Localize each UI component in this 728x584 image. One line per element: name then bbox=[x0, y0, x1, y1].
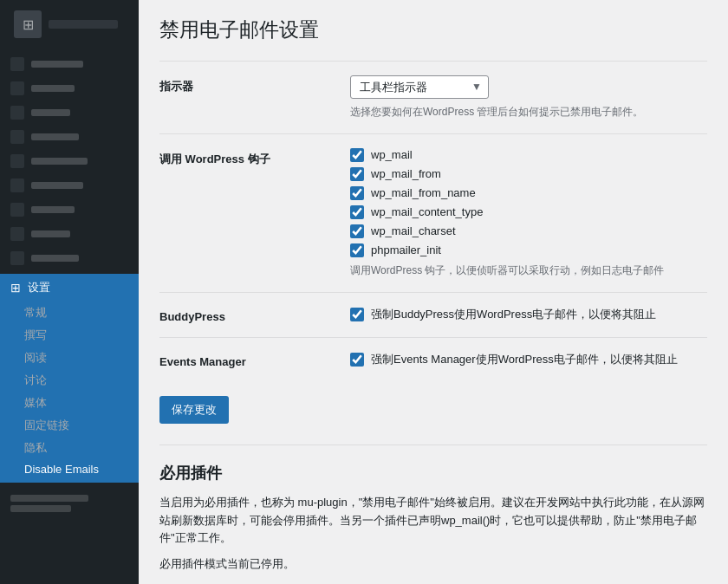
sidebar-top-section bbox=[0, 49, 139, 274]
indicator-label: 指示器 bbox=[159, 75, 350, 94]
sidebar-item-posts[interactable] bbox=[0, 76, 139, 101]
hooks-label: 调用 WordPress 钩子 bbox=[159, 148, 350, 167]
events-manager-label: Events Manager bbox=[159, 352, 350, 368]
sidebar-logo: ⊞ bbox=[0, 0, 139, 49]
settings-subnav: 常规 撰写 阅读 讨论 媒体 固定链接 隐私 Disable Emails bbox=[0, 302, 139, 483]
sidebar-item-tools[interactable] bbox=[0, 246, 139, 270]
dashboard-icon bbox=[10, 57, 24, 71]
hook-item-phpmailer-init[interactable]: phpmailer_init bbox=[350, 243, 707, 257]
buddypress-item[interactable]: 强制BuddyPress使用WordPress电子邮件，以便将其阻止 bbox=[350, 307, 707, 322]
hooks-control: wp_mail wp_mail_from wp_mail_from_name w… bbox=[350, 148, 707, 278]
sidebar-item-settings[interactable]: ⊞ 设置 bbox=[0, 274, 139, 302]
sidebar-item-dashboard[interactable] bbox=[0, 52, 139, 76]
indicator-select[interactable]: 工具栏指示器 无 bbox=[350, 75, 489, 99]
events-manager-item[interactable]: 强制Events Manager使用WordPress电子邮件，以便将其阻止 bbox=[350, 352, 707, 367]
indicator-control: 工具栏指示器 无 ▼ 选择您要如何在WordPress 管理后台如何提示已禁用电… bbox=[350, 75, 707, 120]
sidebar-footer bbox=[0, 490, 139, 517]
users-label-bar bbox=[31, 230, 70, 237]
tools-label-bar bbox=[31, 255, 79, 262]
settings-row-events-manager: Events Manager 强制Events Manager使用WordPre… bbox=[159, 337, 707, 382]
hook-label-wp-mail-charset: wp_mail_charset bbox=[371, 224, 456, 237]
hook-item-wp-mail-charset[interactable]: wp_mail_charset bbox=[350, 224, 707, 238]
sidebar-sub-item-disable-emails[interactable]: Disable Emails bbox=[0, 459, 139, 479]
media-label-bar bbox=[31, 109, 70, 116]
buddypress-text: 强制BuddyPress使用WordPress电子邮件，以便将其阻止 bbox=[371, 307, 656, 322]
hook-label-wp-mail: wp_mail bbox=[371, 148, 413, 161]
appearance-label-bar bbox=[31, 182, 83, 189]
posts-label-bar bbox=[31, 85, 75, 92]
sidebar-nav: ⊞ 设置 常规 撰写 阅读 讨论 媒体 固定链接 隐私 Disable Emai… bbox=[0, 49, 139, 584]
page-title: 禁用电子邮件设置 bbox=[159, 17, 707, 43]
plugins-label-bar bbox=[31, 206, 75, 213]
hook-item-wp-mail-content-type[interactable]: wp_mail_content_type bbox=[350, 205, 707, 219]
sidebar-item-appearance[interactable] bbox=[0, 173, 139, 198]
sidebar-item-plugins[interactable] bbox=[0, 198, 139, 222]
appearance-icon bbox=[10, 178, 24, 192]
must-use-status: 必用插件模式当前已停用。 bbox=[159, 556, 707, 572]
must-use-description: 当启用为必用插件，也称为 mu-plugin，"禁用电子邮件"始终被启用。建议在… bbox=[159, 494, 707, 548]
events-manager-text: 强制Events Manager使用WordPress电子邮件，以便将其阻止 bbox=[371, 352, 678, 367]
pages-icon bbox=[10, 130, 24, 144]
site-name-placeholder bbox=[49, 20, 118, 29]
hook-checkbox-phpmailer-init[interactable] bbox=[350, 243, 364, 257]
sidebar-sub-item-general[interactable]: 常规 bbox=[0, 302, 139, 324]
hook-checkbox-wp-mail-from-name[interactable] bbox=[350, 186, 364, 200]
footer-bar-2 bbox=[10, 505, 71, 512]
save-button[interactable]: 保存更改 bbox=[159, 396, 229, 424]
buddypress-label: BuddyPress bbox=[159, 307, 350, 323]
posts-icon bbox=[10, 81, 24, 95]
buddypress-control: 强制BuddyPress使用WordPress电子邮件，以便将其阻止 bbox=[350, 307, 707, 322]
indicator-description: 选择您要如何在WordPress 管理后台如何提示已禁用电子邮件。 bbox=[350, 104, 707, 120]
buddypress-checkbox[interactable] bbox=[350, 308, 364, 321]
settings-row-indicator: 指示器 工具栏指示器 无 ▼ 选择您要如何在WordPress 管理后台如何提示… bbox=[159, 61, 707, 133]
sidebar-sub-item-media[interactable]: 媒体 bbox=[0, 392, 139, 414]
hook-label-wp-mail-from-name: wp_mail_from_name bbox=[371, 186, 476, 199]
wp-logo-icon: ⊞ bbox=[14, 10, 42, 38]
hooks-description: 调用WordPress 钩子，以便侦听器可以采取行动，例如日志电子邮件 bbox=[350, 263, 707, 278]
must-use-title: 必用插件 bbox=[159, 463, 707, 483]
events-manager-checkbox[interactable] bbox=[350, 353, 364, 367]
hook-item-wp-mail[interactable]: wp_mail bbox=[350, 148, 707, 162]
sidebar: ⊞ bbox=[0, 0, 139, 584]
hook-checkbox-wp-mail-from[interactable] bbox=[350, 167, 364, 181]
sidebar-sub-item-privacy[interactable]: 隐私 bbox=[0, 437, 139, 459]
comments-icon bbox=[10, 154, 24, 168]
settings-row-hooks: 调用 WordPress 钩子 wp_mail wp_mail_from wp_… bbox=[159, 133, 707, 292]
events-manager-control: 强制Events Manager使用WordPress电子邮件，以便将其阻止 bbox=[350, 352, 707, 367]
dashboard-label-bar bbox=[31, 61, 83, 68]
comments-label-bar bbox=[31, 158, 88, 165]
pages-label-bar bbox=[31, 133, 79, 140]
hooks-checkbox-group: wp_mail wp_mail_from wp_mail_from_name w… bbox=[350, 148, 707, 257]
hook-checkbox-wp-mail[interactable] bbox=[350, 148, 364, 162]
settings-label: 设置 bbox=[28, 280, 50, 295]
hook-checkbox-wp-mail-charset[interactable] bbox=[350, 224, 364, 238]
main-content: 禁用电子邮件设置 指示器 工具栏指示器 无 ▼ 选择您要如何在WordPress… bbox=[139, 0, 728, 584]
footer-bar-1 bbox=[10, 495, 88, 502]
sidebar-sub-item-permalinks[interactable]: 固定链接 bbox=[0, 414, 139, 437]
users-icon bbox=[10, 227, 24, 241]
sidebar-item-media[interactable] bbox=[0, 101, 139, 125]
hook-label-wp-mail-content-type: wp_mail_content_type bbox=[371, 205, 483, 218]
settings-row-buddypress: BuddyPress 强制BuddyPress使用WordPress电子邮件，以… bbox=[159, 292, 707, 337]
hook-item-wp-mail-from[interactable]: wp_mail_from bbox=[350, 167, 707, 181]
hook-checkbox-wp-mail-content-type[interactable] bbox=[350, 205, 364, 219]
sidebar-item-users[interactable] bbox=[0, 222, 139, 246]
sidebar-settings-group: ⊞ 设置 常规 撰写 阅读 讨论 媒体 固定链接 隐私 Disable Emai… bbox=[0, 274, 139, 483]
hook-label-phpmailer-init: phpmailer_init bbox=[371, 243, 441, 256]
must-use-section: 必用插件 当启用为必用插件，也称为 mu-plugin，"禁用电子邮件"始终被启… bbox=[159, 444, 707, 584]
sidebar-sub-item-discussion[interactable]: 讨论 bbox=[0, 369, 139, 392]
settings-icon: ⊞ bbox=[10, 281, 21, 295]
sidebar-sub-item-writing[interactable]: 撰写 bbox=[0, 324, 139, 347]
hook-item-wp-mail-from-name[interactable]: wp_mail_from_name bbox=[350, 186, 707, 200]
sidebar-item-comments[interactable] bbox=[0, 149, 139, 173]
plugins-icon bbox=[10, 203, 24, 217]
media-icon bbox=[10, 106, 24, 120]
hook-label-wp-mail-from: wp_mail_from bbox=[371, 167, 441, 180]
indicator-select-wrapper: 工具栏指示器 无 ▼ bbox=[350, 75, 489, 99]
sidebar-item-pages[interactable] bbox=[0, 125, 139, 149]
sidebar-sub-item-reading[interactable]: 阅读 bbox=[0, 347, 139, 369]
tools-icon bbox=[10, 251, 24, 265]
